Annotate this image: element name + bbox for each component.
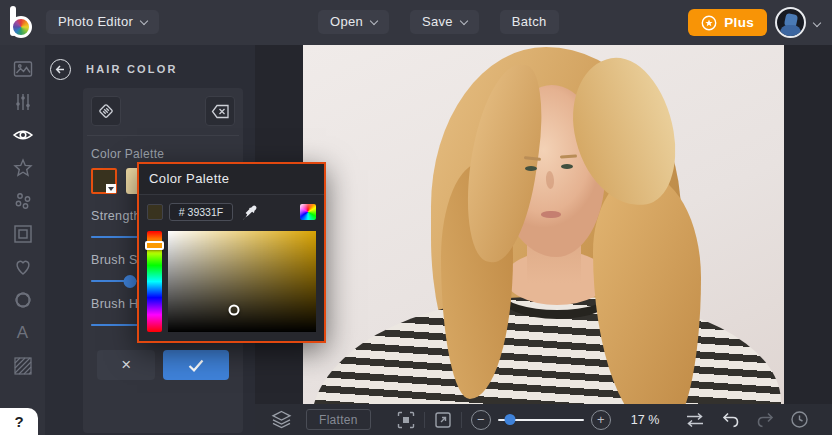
star-icon <box>13 158 33 178</box>
popup-color-row <box>147 203 316 221</box>
open-button[interactable]: Open <box>318 10 389 34</box>
zoom-out-button[interactable]: − <box>471 410 491 430</box>
app-menu-button[interactable]: Photo Editor <box>46 10 159 34</box>
divider <box>461 412 462 428</box>
open-fullscreen-button[interactable] <box>434 411 452 429</box>
color-swatch-selected[interactable] <box>91 168 117 194</box>
user-avatar[interactable] <box>775 7 806 38</box>
eyedropper-icon <box>242 205 257 220</box>
dots-cluster-icon <box>13 191 33 211</box>
layers-button[interactable] <box>271 410 292 429</box>
texture-hatch-icon <box>13 356 33 376</box>
color-palette-label: Color Palette <box>91 147 235 161</box>
app-menu-label: Photo Editor <box>58 11 133 33</box>
befunky-logo[interactable] <box>9 6 39 38</box>
panel-header: HAIR COLOR <box>45 45 255 93</box>
undo-icon <box>721 411 740 428</box>
x-icon: × <box>121 355 131 375</box>
saturation-cursor[interactable] <box>229 304 240 315</box>
photo-editor-app: Photo Editor Open Save Batch Plus <box>0 0 832 435</box>
compare-arrows-icon <box>685 412 705 428</box>
sidebar-item-effects[interactable] <box>0 151 45 184</box>
frame-icon <box>13 224 33 244</box>
rainbow-palette-button[interactable] <box>300 204 316 220</box>
sidebar-item-artsy[interactable] <box>0 184 45 217</box>
sidebar-item-frames[interactable] <box>0 217 45 250</box>
badge-flower-icon <box>13 290 33 310</box>
cancel-button[interactable]: × <box>97 350 155 380</box>
popup-title: Color Palette <box>139 164 324 195</box>
plus-label: Plus <box>724 15 754 30</box>
clock-history-icon <box>790 410 809 429</box>
chevron-down-icon <box>140 16 148 24</box>
hue-slider[interactable] <box>147 231 162 332</box>
minus-icon: − <box>477 413 485 426</box>
eye-icon <box>12 125 34 145</box>
plus-upgrade-button[interactable]: Plus <box>688 9 767 36</box>
top-bar: Photo Editor Open Save Batch Plus <box>0 0 832 45</box>
save-button[interactable]: Save <box>410 10 479 34</box>
zoom-level-label: 17 % <box>631 413 671 427</box>
sidebar-item-textures[interactable] <box>0 349 45 382</box>
paint-brush-mode-button[interactable] <box>91 96 121 126</box>
batch-button[interactable]: Batch <box>500 10 559 34</box>
redo-icon <box>756 411 775 428</box>
apply-button[interactable] <box>163 350 229 380</box>
hex-color-input[interactable] <box>169 203 233 221</box>
arrow-left-icon <box>55 64 66 75</box>
sidebar-item-adjust[interactable] <box>0 85 45 118</box>
panel-title: HAIR COLOR <box>86 63 178 75</box>
dye-icon <box>97 102 115 120</box>
check-icon <box>188 359 204 372</box>
color-palette-popup: Color Palette <box>137 162 326 343</box>
export-arrow-icon <box>434 411 452 429</box>
history-button[interactable] <box>790 410 809 429</box>
flatten-button[interactable]: Flatten <box>306 409 371 430</box>
sidebar-item-graphics[interactable] <box>0 250 45 283</box>
sidebar-item-edit[interactable] <box>0 52 45 85</box>
sidebar-item-text[interactable]: A <box>0 316 45 349</box>
chevron-down-icon <box>370 16 378 24</box>
zoom-slider[interactable] <box>498 419 584 421</box>
swatch-dropdown-arrow[interactable] <box>106 184 116 193</box>
top-center-actions: Open Save Batch <box>318 10 559 34</box>
text-icon: A <box>17 324 28 341</box>
photo-icon <box>13 59 33 79</box>
sliders-icon <box>13 92 33 112</box>
main-tool-sidebar: A ? <box>0 45 45 435</box>
star-circle-icon <box>701 15 717 31</box>
compare-button[interactable] <box>685 412 705 428</box>
question-mark-icon: ? <box>14 413 23 430</box>
zoom-in-button[interactable]: + <box>591 410 611 430</box>
color-picker-area <box>147 231 316 332</box>
confirm-row: × <box>91 350 235 380</box>
layers-icon <box>271 410 292 429</box>
redo-button[interactable] <box>756 411 775 428</box>
eraser-backspace-icon <box>211 104 230 119</box>
fit-screen-icon <box>397 411 415 429</box>
eyedropper-button[interactable] <box>242 205 257 220</box>
back-button[interactable] <box>50 59 71 80</box>
zoom-slider-handle[interactable] <box>504 414 515 425</box>
help-button[interactable]: ? <box>0 408 38 435</box>
current-color-swatch <box>147 204 163 220</box>
portrait-photo[interactable] <box>303 45 784 435</box>
brush-size-slider-handle[interactable] <box>123 275 136 288</box>
top-right-actions: Plus <box>688 0 820 45</box>
divider <box>87 135 239 136</box>
heart-icon <box>13 257 33 277</box>
account-chevron-down-icon[interactable] <box>813 18 821 26</box>
chevron-down-icon <box>460 16 468 24</box>
bottom-toolbar: Flatten − + <box>255 404 832 435</box>
brush-mode-row <box>91 96 235 126</box>
sidebar-item-overlays[interactable] <box>0 283 45 316</box>
sidebar-item-touch-up[interactable] <box>0 118 45 151</box>
editor-canvas: Flatten − + <box>255 45 832 435</box>
hue-slider-handle[interactable] <box>145 241 164 250</box>
undo-button[interactable] <box>721 411 740 428</box>
erase-mode-button[interactable] <box>205 96 235 126</box>
fit-to-screen-button[interactable] <box>397 411 415 429</box>
divider <box>424 412 425 428</box>
saturation-brightness-field[interactable] <box>168 231 316 332</box>
plus-icon: + <box>597 413 605 426</box>
